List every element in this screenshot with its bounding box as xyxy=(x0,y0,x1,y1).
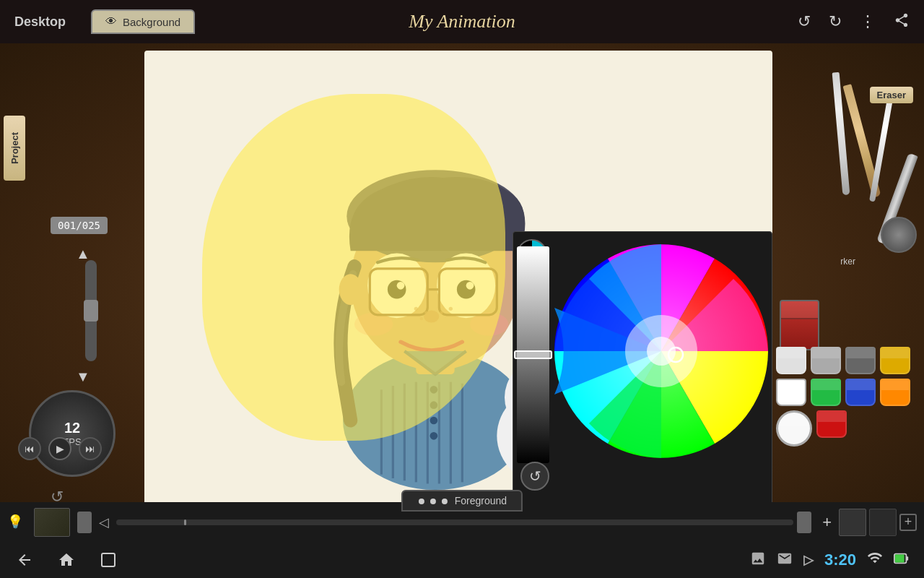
timeline-add-button[interactable]: + xyxy=(822,513,832,532)
brush-size-circle[interactable] xyxy=(881,217,917,253)
layer-thumb-1[interactable] xyxy=(839,509,866,536)
mail-icon[interactable] xyxy=(777,551,793,570)
time-display: 3:20 xyxy=(824,551,856,569)
svg-rect-46 xyxy=(906,556,908,561)
svg-rect-47 xyxy=(895,555,905,563)
app-title: My Animation xyxy=(409,11,515,33)
menu-button[interactable]: ⋮ xyxy=(860,12,876,31)
paint-red[interactable] xyxy=(816,410,847,438)
timeline-right-handle[interactable] xyxy=(797,512,811,533)
recent-nav-icon[interactable] xyxy=(98,550,118,570)
foreground-label: Foreground xyxy=(455,495,507,506)
yellow-splash xyxy=(202,94,505,441)
nav-down-button[interactable]: ▼ xyxy=(76,368,90,385)
reset-color-button[interactable]: ↺ xyxy=(520,462,549,491)
project-button[interactable]: Project xyxy=(4,116,25,181)
brush-size-area: 64 xyxy=(881,217,917,289)
paint-blue[interactable] xyxy=(845,379,876,406)
paint-yellow[interactable] xyxy=(880,347,910,374)
desktop-label: Desktop xyxy=(14,14,66,30)
status-bar: ▷ 3:20 xyxy=(0,542,924,578)
svg-rect-44 xyxy=(102,553,115,566)
playback-controls: ⏮ ▶ ⏭ xyxy=(18,437,102,460)
foreground-dots xyxy=(417,495,449,506)
paint-active-white[interactable] xyxy=(776,410,812,447)
vertical-slider[interactable] xyxy=(85,260,97,361)
battery-icon xyxy=(894,551,910,569)
play-button[interactable]: ▶ xyxy=(48,437,71,460)
svg-point-32 xyxy=(430,417,438,425)
fps-wheel[interactable]: 12 FPS xyxy=(29,390,116,477)
fps-value: 12 xyxy=(64,420,80,436)
skip-back-button[interactable]: ⏮ xyxy=(18,437,41,460)
timeline-prev-button[interactable]: ◁ xyxy=(99,514,109,530)
wifi-icon xyxy=(867,550,883,570)
project-label: Project xyxy=(9,132,20,164)
paint-green[interactable] xyxy=(811,379,841,406)
timeline-thumbnail xyxy=(34,508,70,537)
paint-gray[interactable] xyxy=(845,347,876,374)
undo-button[interactable]: ↺ xyxy=(798,12,811,31)
saturation-brightness-slider[interactable] xyxy=(517,246,549,463)
color-wheel-svg[interactable] xyxy=(553,243,770,460)
nav-up-button[interactable]: ▲ xyxy=(76,246,90,262)
paint-white2[interactable] xyxy=(776,379,806,406)
sb-slider-thumb[interactable] xyxy=(514,350,552,359)
frame-counter: 001/025 xyxy=(51,217,108,234)
paint-lightgray[interactable] xyxy=(811,347,841,374)
add-layer-button[interactable]: + xyxy=(899,514,917,531)
eye-icon: 👁 xyxy=(105,15,117,28)
paint-orange[interactable] xyxy=(880,379,910,406)
gallery-icon[interactable] xyxy=(750,551,766,570)
paint-white[interactable] xyxy=(776,347,806,374)
right-panel: Eraser rker 64 xyxy=(772,43,924,535)
media-play-icon[interactable]: ▷ xyxy=(803,552,814,568)
main-area: Project 001/025 ▲ ▼ 12 FPS ⏮ ▶ ⏭ ↺ xyxy=(0,43,924,542)
paint-bucket[interactable] xyxy=(780,300,819,350)
vertical-slider-thumb[interactable] xyxy=(84,300,98,322)
brush-3 xyxy=(869,94,894,202)
layer-thumbnails: + xyxy=(839,509,917,536)
eraser-label[interactable]: Eraser xyxy=(870,87,913,103)
lightbulb-icon[interactable]: 💡 xyxy=(7,514,25,531)
share-button[interactable] xyxy=(894,12,910,32)
timeline-track[interactable] xyxy=(116,519,793,525)
background-tab[interactable]: 👁 Background xyxy=(91,9,195,34)
skip-forward-button[interactable]: ⏭ xyxy=(79,437,102,460)
back-nav-icon[interactable] xyxy=(14,550,35,570)
top-bar: Desktop 👁 Background My Animation ↺ ↻ ⋮ xyxy=(0,0,924,43)
color-picker[interactable]: ↺ xyxy=(513,231,772,506)
home-nav-icon[interactable] xyxy=(56,550,77,570)
svg-point-33 xyxy=(430,432,438,440)
timeline-left-handle[interactable] xyxy=(77,512,92,533)
background-tab-label: Background xyxy=(123,16,180,28)
foreground-tab[interactable]: Foreground xyxy=(401,490,523,512)
left-panel: Project 001/025 ▲ ▼ 12 FPS ⏮ ▶ ⏭ ↺ xyxy=(0,43,144,535)
layer-thumb-2[interactable] xyxy=(869,509,897,536)
paint-cups xyxy=(776,347,920,451)
redo-button[interactable]: ↻ xyxy=(829,12,842,31)
marker-label: rker xyxy=(840,256,855,267)
color-wheel-container: ↺ xyxy=(513,232,772,505)
